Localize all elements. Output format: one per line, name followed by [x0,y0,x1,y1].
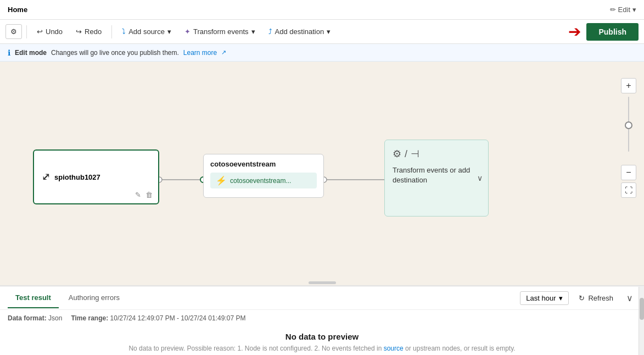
destination-export-icon: ⊣ [411,148,419,160]
no-data-description: No data to preview. Possible reason: 1. … [5,345,639,352]
data-format-label: Data format: Json [8,314,62,322]
stream-node: cotosoeventstream ⚡ cotosoeventstream... [203,154,324,198]
destination-node-text: Transform events or add destination [393,165,480,185]
bottom-tabs-bar: Test result Authoring errors Last hour ▾… [0,287,644,310]
data-meta-bar: Data format: Json Time range: 10/27/24 1… [0,310,644,326]
source-node-icon: ⤢ [42,171,50,183]
time-range-label: Last hour [526,294,556,302]
no-data-section: No data to preview No data to preview. P… [0,326,644,355]
right-scrollbar[interactable] [639,287,644,355]
stream-badge-label: cotosoeventstream... [230,177,291,185]
destination-gear-icon: ⚙ [393,148,401,160]
source-link[interactable]: source [384,345,404,352]
edit-mode-label: Edit mode [15,49,47,57]
zoom-controls: + − ⛶ [621,78,636,198]
settings-button[interactable]: ⚙ [5,24,22,39]
canvas: ⤢ spiothub1027 ✎ 🗑 cotosoeventstream ⚡ c… [0,62,644,286]
publish-label: Publish [598,27,626,36]
tab-test-result-label: Test result [15,293,51,302]
edit-label: Edit [618,5,630,14]
refresh-button[interactable]: ↻ Refresh [574,292,618,304]
zoom-fit-icon: ⛶ [625,186,632,195]
add-destination-button[interactable]: ⤴ Add destination ▾ [263,25,337,38]
info-icon: ℹ [8,48,10,57]
tab-authoring-errors[interactable]: Authoring errors [61,288,127,308]
add-source-icon: ⤵ [122,27,126,36]
zoom-fit-button[interactable]: ⛶ [621,182,636,198]
publish-button[interactable]: Publish [586,23,639,41]
zoom-out-icon: − [626,168,631,178]
destination-chevron-icon[interactable]: ∨ [477,174,483,182]
transform-events-button[interactable]: ✦ Transform events ▾ [179,25,261,38]
undo-icon: ↩ [37,27,43,36]
transform-events-label: Transform events [193,27,249,36]
home-title: Home [8,5,27,14]
zoom-slider[interactable] [628,97,629,163]
destination-node-icons: ⚙ / ⊣ [393,148,480,160]
refresh-label: Refresh [588,294,613,302]
data-format-value: Json [48,314,62,322]
time-range-meta: Time range: 10/27/24 12:49:07 PM - 10/27… [71,314,245,322]
destination-node[interactable]: ⚙ / ⊣ Transform events or add destinatio… [384,140,489,217]
time-range-select[interactable]: Last hour ▾ [520,291,569,305]
zoom-slider-thumb[interactable] [625,121,632,129]
stream-node-badge: ⚡ cotosoeventstream... [210,173,317,188]
zoom-in-icon: + [626,81,631,91]
tab-authoring-errors-label: Authoring errors [69,293,120,302]
add-source-label: Add source [128,27,165,36]
edit-button[interactable]: ✏ Edit ▾ [610,5,636,14]
external-link-icon: ↗ [221,49,226,56]
delete-node-icon[interactable]: 🗑 [145,191,153,199]
bottom-panel: Test result Authoring errors Last hour ▾… [0,286,644,355]
add-destination-label: Add destination [275,27,324,36]
redo-icon: ↪ [76,27,82,36]
undo-label: Undo [46,27,63,36]
transform-chevron-icon: ▾ [251,27,255,36]
destination-separator: / [405,148,407,160]
canvas-scroll-handle [309,281,336,284]
zoom-slider-track [628,97,629,152]
stream-badge-icon: ⚡ [216,175,227,186]
edit-chevron-icon: ▾ [632,5,636,14]
title-bar: Home ✏ Edit ▾ [0,0,644,20]
stream-node-title: cotosoeventstream [210,160,317,168]
no-data-title: No data to preview [5,332,639,341]
tab-test-result[interactable]: Test result [8,288,59,308]
divider-1 [26,25,27,38]
info-message: Changes will go live once you publish th… [51,49,179,57]
time-range-value: 10/27/24 12:49:07 PM - 10/27/24 01:49:07… [110,314,246,322]
zoom-in-button[interactable]: + [621,78,636,93]
add-source-chevron-icon: ▾ [167,27,171,36]
expand-panel-button[interactable]: ∨ [623,291,636,306]
edit-node-icon[interactable]: ✎ [135,191,141,199]
toolbar: ⚙ ↩ Undo ↪ Redo ⤵ Add source ▾ ✦ Transfo… [0,20,644,44]
time-range-chevron-icon: ▾ [559,294,563,302]
redo-button[interactable]: ↪ Redo [70,25,107,38]
add-destination-icon: ⤴ [268,27,272,36]
add-destination-chevron-icon: ▾ [327,27,331,36]
undo-button[interactable]: ↩ Undo [31,25,68,38]
expand-icon: ∨ [626,293,633,303]
divider-2 [111,25,112,38]
settings-icon: ⚙ [10,27,17,36]
redo-label: Redo [85,27,102,36]
info-bar: ℹ Edit mode Changes will go live once yo… [0,44,644,62]
transform-icon: ✦ [184,27,191,36]
red-arrow-indicator: ➔ [568,23,581,41]
add-source-button[interactable]: ⤵ Add source ▾ [116,25,177,38]
source-node-title: spiothub1027 [54,173,100,181]
learn-more-link[interactable]: Learn more [183,49,217,57]
refresh-icon: ↻ [579,294,585,302]
source-node: ⤢ spiothub1027 ✎ 🗑 [33,149,159,204]
zoom-out-button[interactable]: − [621,165,636,180]
scrollbar-thumb [640,298,644,320]
